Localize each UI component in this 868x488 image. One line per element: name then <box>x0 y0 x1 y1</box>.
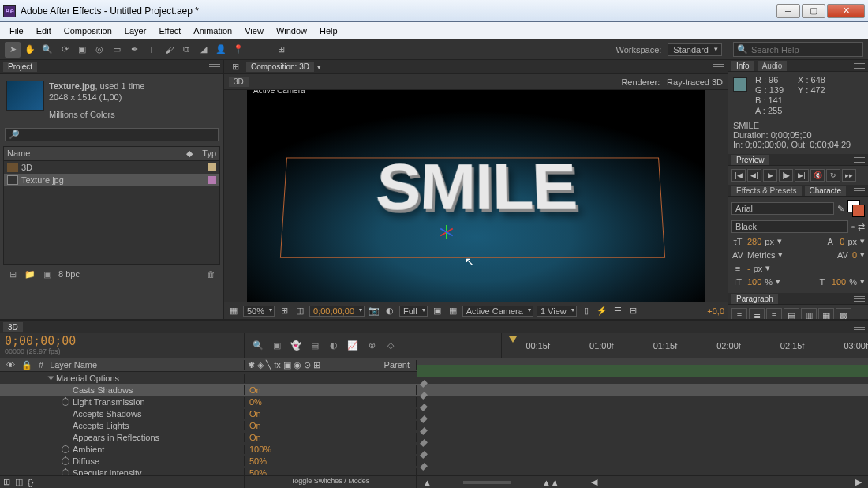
maximize-button[interactable]: ▢ <box>802 4 825 18</box>
brackets-icon[interactable]: {} <box>28 478 33 487</box>
rotate-tool-icon[interactable]: ⟳ <box>57 42 73 58</box>
panel-menu-icon[interactable] <box>854 293 865 304</box>
folder-icon[interactable]: 📁 <box>24 268 36 280</box>
views-dropdown[interactable]: 1 View <box>537 306 577 317</box>
type-tool-icon[interactable]: T <box>144 42 159 58</box>
graph-editor-icon[interactable]: 📈 <box>344 338 361 354</box>
menu-edit[interactable]: Edit <box>30 26 58 36</box>
property-value[interactable]: On <box>249 409 261 419</box>
play-button[interactable]: ▶ <box>763 169 777 182</box>
no-fill-icon[interactable]: ▫ <box>851 222 855 231</box>
menu-effect[interactable]: Effect <box>152 26 187 36</box>
renderer-value[interactable]: Ray-traced 3D <box>667 77 723 87</box>
comp-mini-icon[interactable]: ▣ <box>268 338 286 354</box>
transform-icon[interactable]: ◫ <box>15 477 23 487</box>
menu-help[interactable]: Help <box>313 26 344 36</box>
motion-blur-icon[interactable]: ◐ <box>325 338 342 354</box>
font-size-value[interactable]: 280 <box>747 237 761 246</box>
exposure-value[interactable]: +0,0 <box>707 306 724 316</box>
minimize-button[interactable]: ─ <box>776 4 800 18</box>
comp-subtab[interactable]: 3D <box>229 77 249 87</box>
menu-composition[interactable]: Composition <box>58 26 118 36</box>
property-row[interactable]: Light Transmission0% <box>0 396 868 407</box>
grid-icon[interactable]: ⊞ <box>278 305 290 317</box>
bpc-toggle[interactable]: 8 bpc <box>58 269 80 279</box>
frame-blend-icon[interactable]: ▤ <box>306 338 324 354</box>
col-name[interactable]: Name <box>7 148 186 159</box>
selection-tool-icon[interactable]: ➤ <box>5 42 21 58</box>
property-row[interactable]: Specular Intensity50% <box>0 467 868 475</box>
stopwatch-icon[interactable] <box>62 398 69 406</box>
fill-stroke-swatch[interactable] <box>847 200 865 217</box>
property-row[interactable]: Accepts ShadowsOn <box>0 407 868 419</box>
clone-tool-icon[interactable]: ⧉ <box>178 42 194 58</box>
menu-animation[interactable]: Animation <box>187 26 238 36</box>
panel-menu-icon[interactable] <box>713 62 724 73</box>
label-icon[interactable]: ◆ <box>186 148 193 159</box>
property-value[interactable]: 0% <box>249 397 262 407</box>
eraser-tool-icon[interactable]: ◢ <box>196 42 211 58</box>
mask-icon[interactable]: ◫ <box>294 305 306 317</box>
panel-menu-icon[interactable] <box>209 62 220 73</box>
project-search[interactable]: 🔎 <box>5 128 219 141</box>
property-row[interactable]: Ambient100% <box>0 443 868 455</box>
vscale-value[interactable]: 100 <box>747 277 761 287</box>
puppet-tool-icon[interactable]: 📍 <box>230 42 246 58</box>
search-help[interactable]: 🔍 <box>733 42 863 57</box>
transparency-icon[interactable]: ▦ <box>447 305 459 317</box>
leading-value[interactable]: 0 <box>840 237 844 246</box>
camera-dropdown[interactable]: Active Camera <box>462 306 533 317</box>
pixel-aspect-icon[interactable]: ▯ <box>580 305 593 317</box>
current-time-indicator[interactable] <box>507 333 516 358</box>
tab-composition[interactable]: Composition: 3D <box>246 62 314 72</box>
col-parent[interactable]: Parent <box>384 360 410 370</box>
loop-button[interactable]: ↻ <box>826 169 840 182</box>
swap-icon[interactable]: ⇄ <box>858 222 865 232</box>
menu-file[interactable]: File <box>3 26 30 36</box>
tab-effects-presets[interactable]: Effects & Presets <box>731 186 802 196</box>
fast-preview-icon[interactable]: ⚡ <box>596 305 608 317</box>
brush-tool-icon[interactable]: 🖌 <box>161 42 177 58</box>
menu-view[interactable]: View <box>238 26 270 36</box>
flowchart-icon[interactable]: ⊟ <box>627 305 640 317</box>
trash-icon[interactable]: 🗑 <box>204 268 217 280</box>
close-button[interactable]: ✕ <box>827 4 865 18</box>
zoom-out-icon[interactable]: ▲ <box>423 478 432 487</box>
zoom-slider[interactable] <box>463 481 511 484</box>
time-display[interactable]: 0;00;00;00 <box>309 306 365 317</box>
auto-keyframe-icon[interactable]: ◇ <box>382 338 399 354</box>
col-layer-name[interactable]: Layer Name <box>50 360 97 370</box>
tab-project[interactable]: Project <box>3 62 37 72</box>
col-type[interactable]: Typ <box>193 148 216 159</box>
scroll-left-icon[interactable]: ◀ <box>591 477 597 487</box>
property-row[interactable]: Appears in ReflectionsOn <box>0 431 868 443</box>
property-value[interactable]: 50% <box>249 468 267 476</box>
snap-icon[interactable]: ⊞ <box>273 42 289 58</box>
prev-frame-button[interactable]: ◀| <box>747 169 761 182</box>
kerning-value[interactable]: Metrics <box>747 250 775 260</box>
camera-tool-icon[interactable]: ▣ <box>74 42 90 58</box>
hand-tool-icon[interactable]: ✋ <box>22 42 38 58</box>
next-frame-button[interactable]: |▶ <box>779 169 793 182</box>
menu-layer[interactable]: Layer <box>118 26 153 36</box>
tab-character[interactable]: Characte <box>805 186 847 196</box>
scroll-right-icon[interactable]: ▶ <box>855 477 862 487</box>
stopwatch-icon[interactable] <box>62 457 69 465</box>
font-family-dropdown[interactable]: Arial <box>731 202 834 215</box>
new-comp-icon[interactable]: ▣ <box>41 268 54 280</box>
expand-icon[interactable]: ⊞ <box>3 477 10 487</box>
project-item-comp[interactable]: 3D <box>4 161 219 174</box>
tab-preview[interactable]: Preview <box>731 155 769 165</box>
toggle-switches-button[interactable]: Toggle Switches / Modes <box>245 476 417 488</box>
stopwatch-icon[interactable] <box>62 445 69 453</box>
property-value[interactable]: On <box>249 433 261 442</box>
composition-viewport[interactable]: Active Camera SMILE ↖ <box>224 90 728 302</box>
font-style-dropdown[interactable]: Black <box>731 220 848 233</box>
property-row[interactable]: Diffuse50% <box>0 455 868 467</box>
ram-preview-button[interactable]: ▸▸ <box>842 169 856 182</box>
channel-icon[interactable]: ◐ <box>383 305 396 317</box>
tab-info[interactable]: Info <box>731 61 754 71</box>
tracking-value[interactable]: 0 <box>852 250 857 260</box>
selection-bbox[interactable] <box>280 157 665 257</box>
comp-flowchart-icon[interactable]: ⊞ <box>227 59 243 75</box>
